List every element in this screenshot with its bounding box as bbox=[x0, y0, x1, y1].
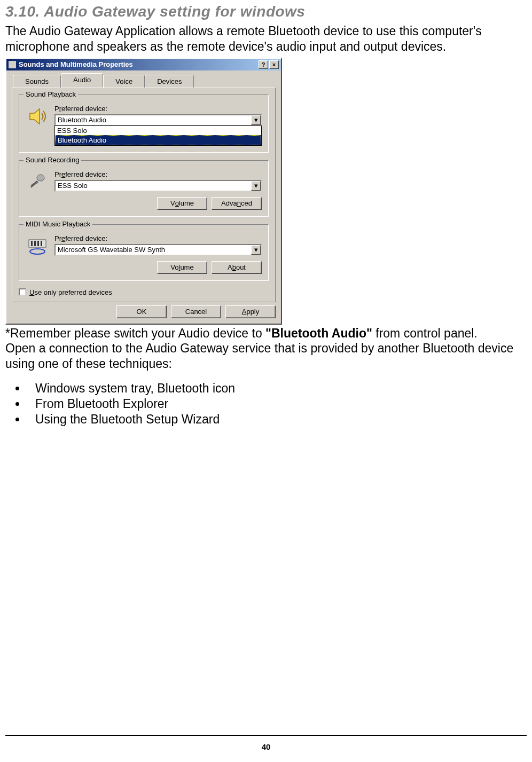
tab-sounds[interactable]: Sounds bbox=[13, 75, 61, 89]
techniques-list: Windows system tray, Bluetooth icon From… bbox=[27, 381, 527, 427]
groupbox-recording: Sound Recording Preferred device: bbox=[19, 160, 269, 217]
recording-pref-label: Preferred device: bbox=[54, 170, 262, 178]
titlebar-app-icon bbox=[9, 61, 16, 68]
playback-device-combo[interactable]: Bluetooth Audio ▾ bbox=[54, 114, 262, 126]
footer-rule bbox=[5, 735, 527, 736]
tab-devices[interactable]: Devices bbox=[145, 75, 194, 89]
midi-volume-button[interactable]: Volume bbox=[157, 261, 207, 274]
legend-recording: Sound Recording bbox=[24, 156, 81, 164]
speaker-icon bbox=[26, 105, 49, 128]
svg-line-3 bbox=[31, 181, 37, 187]
sound-properties-dialog: Sounds and Multimedia Properties ? × Sou… bbox=[5, 58, 282, 325]
midi-device-combo[interactable]: Microsoft GS Wavetable SW Synth ▾ bbox=[54, 244, 262, 256]
recording-device-combo[interactable]: ESS Solo ▾ bbox=[54, 180, 262, 192]
svg-point-1 bbox=[37, 175, 44, 181]
midi-icon bbox=[26, 234, 49, 258]
apply-button[interactable]: Apply bbox=[225, 305, 276, 318]
technique-item: Using the Bluetooth Setup Wizard bbox=[27, 412, 527, 427]
recording-combo-chevron-icon[interactable]: ▾ bbox=[251, 181, 261, 191]
technique-item: From Bluetooth Explorer bbox=[27, 397, 527, 411]
groupbox-midi: MIDI Music Playback bbox=[19, 224, 269, 281]
tab-panel-audio: Sound Playback Preferred device: bbox=[12, 88, 276, 302]
midi-pref-label: Preferred device: bbox=[54, 234, 262, 242]
section-heading: 3.10. Audio Gateway setting for windows bbox=[5, 3, 527, 20]
tab-audio[interactable]: Audio bbox=[61, 73, 103, 87]
playback-combo-chevron-icon[interactable]: ▾ bbox=[251, 115, 261, 125]
midi-device-selected: Microsoft GS Wavetable SW Synth bbox=[56, 246, 251, 254]
svg-marker-0 bbox=[30, 109, 40, 124]
intro-paragraph: The Audio Gateway Application allows a r… bbox=[5, 23, 527, 54]
groupbox-playback: Sound Playback Preferred device: bbox=[19, 95, 269, 153]
page-number: 40 bbox=[5, 742, 527, 751]
playback-device-selected: Bluetooth Audio bbox=[56, 116, 251, 124]
playback-pref-label: Preferred device: bbox=[54, 105, 262, 113]
svg-point-9 bbox=[30, 249, 45, 254]
technique-item: Windows system tray, Bluetooth icon bbox=[27, 381, 527, 396]
titlebar-title: Sounds and Multimedia Properties bbox=[19, 60, 259, 68]
legend-playback: Sound Playback bbox=[24, 90, 78, 98]
playback-option-ess[interactable]: ESS Solo bbox=[55, 126, 261, 135]
use-only-label: Use only preferred devices bbox=[29, 288, 112, 296]
midi-about-button[interactable]: About bbox=[212, 261, 262, 274]
use-only-preferred-row[interactable]: Use only preferred devices bbox=[19, 288, 269, 296]
titlebar-close-button[interactable]: × bbox=[269, 60, 279, 69]
page-footer: 40 bbox=[5, 735, 527, 751]
note-text: *Remember please switch your Audio devic… bbox=[5, 326, 527, 372]
tabs-bar: Sounds Audio Voice Devices bbox=[13, 74, 276, 88]
svg-rect-5 bbox=[31, 241, 33, 246]
playback-dropdown-list[interactable]: ESS Solo Bluetooth Audio bbox=[54, 125, 262, 146]
cancel-button[interactable]: Cancel bbox=[171, 305, 221, 318]
svg-rect-7 bbox=[37, 241, 39, 246]
titlebar-help-button[interactable]: ? bbox=[259, 60, 268, 69]
tab-voice[interactable]: Voice bbox=[103, 75, 145, 89]
recording-advanced-button[interactable]: Advanced bbox=[212, 197, 262, 210]
midi-combo-chevron-icon[interactable]: ▾ bbox=[251, 245, 261, 255]
microphone-icon bbox=[26, 170, 49, 194]
svg-rect-8 bbox=[41, 241, 42, 246]
use-only-checkbox[interactable] bbox=[19, 288, 26, 296]
playback-option-bluetooth[interactable]: Bluetooth Audio bbox=[55, 135, 261, 145]
ok-button[interactable]: OK bbox=[116, 305, 167, 318]
legend-midi: MIDI Music Playback bbox=[24, 220, 92, 228]
recording-volume-button[interactable]: Volume bbox=[157, 197, 207, 210]
svg-rect-6 bbox=[34, 241, 36, 246]
titlebar[interactable]: Sounds and Multimedia Properties ? × bbox=[6, 59, 281, 70]
recording-device-selected: ESS Solo bbox=[56, 182, 251, 190]
